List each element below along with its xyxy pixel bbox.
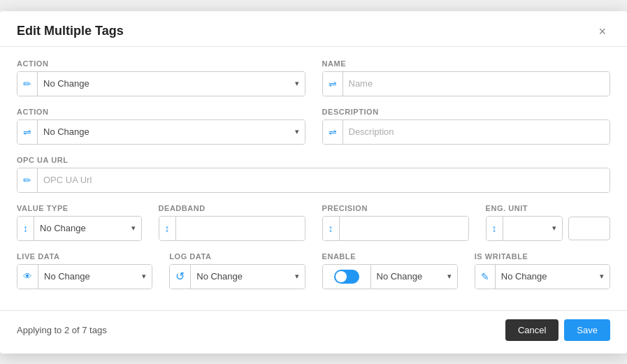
opc-label: OPC UA URL [17,156,610,164]
edit-icon-writable: ✎ [475,265,496,289]
name-label: NAME [322,59,611,68]
action-group-1: ACTION ✏ No Change Set Clear ▾ [17,59,305,96]
action-label-2: ACTION [17,108,305,116]
footer-buttons: Cancel Save [505,319,610,341]
eng-unit-label: ENG. UNIT [486,204,611,212]
pencil-icon: ✏ [17,72,38,96]
opc-input[interactable] [38,168,610,192]
form-row-1: ACTION ✏ No Change Set Clear ▾ [17,59,610,96]
swap-icon-action2: ⇌ [17,120,38,144]
pencil-icon-opc: ✏ [17,168,38,192]
eng-unit-row: ↕ ▾ [486,216,611,241]
deadband-input-wrapper: ↕ [159,216,305,241]
is-writable-label: IS WRITABLE [475,252,610,261]
log-data-group: LOG DATA ↺ No Change Enabled Disabled ▾ [169,252,305,289]
arrow-updown-icon-eu: ↕ [487,217,503,240]
swap-icon-description: ⇌ [323,120,343,144]
name-input-wrapper: ⇌ [322,71,611,96]
is-writable-input-wrapper: ✎ No Change Yes No ▾ [475,264,610,289]
value-type-group: VALUE TYPE ↕ No Change Int Float String … [17,204,142,241]
value-type-select[interactable]: No Change Int Float String Boolean [34,217,141,240]
deadband-label: DEADBAND [159,204,305,212]
action-select-wrapper-2: No Change Set Clear ▾ [38,120,305,144]
opc-input-wrapper: ✏ [17,168,610,193]
close-button[interactable]: × [594,24,610,39]
form-row-4: VALUE TYPE ↕ No Change Int Float String … [17,204,610,241]
enable-select-wrapper: No Change Enabled Disabled ▾ [371,265,457,289]
description-group: DESCRIPTION ⇌ [322,108,611,145]
is-writable-select[interactable]: No Change Yes No [496,265,610,289]
is-writable-select-wrapper: No Change Yes No ▾ [496,265,610,289]
description-input-wrapper: ⇌ [322,119,611,145]
live-data-group: LIVE DATA 👁 No Change Enabled Disabled ▾ [17,252,152,289]
action-input-1: ✏ No Change Set Clear ▾ [17,71,305,96]
arrow-updown-icon-vt: ↕ [17,217,34,240]
modal-body: ACTION ✏ No Change Set Clear ▾ [0,47,627,307]
toggle-icon [323,265,371,289]
cancel-button[interactable]: Cancel [505,319,558,341]
live-data-input-wrapper: 👁 No Change Enabled Disabled ▾ [17,264,152,289]
live-data-label: LIVE DATA [17,252,152,261]
action-select-2[interactable]: No Change Set Clear [38,120,305,144]
enable-input-wrapper: No Change Enabled Disabled ▾ [322,264,458,289]
enable-label: ENABLE [322,252,458,261]
precision-input-wrapper: ↕ [322,216,469,241]
deadband-input[interactable] [176,217,305,240]
history-icon: ↺ [170,265,191,289]
log-data-select[interactable]: No Change Enabled Disabled [191,265,304,289]
value-type-select-wrapper: No Change Int Float String Boolean ▾ [34,217,141,240]
eng-unit-input-wrapper: ↕ ▾ [486,216,563,241]
live-data-select[interactable]: No Change Enabled Disabled [38,265,152,289]
description-input[interactable] [343,120,610,144]
form-row-2: ACTION ⇌ No Change Set Clear ▾ [17,108,610,145]
action-select-1[interactable]: No Change Set Clear [38,72,305,96]
value-type-label: VALUE TYPE [17,204,142,212]
action-input-2: ⇌ No Change Set Clear ▾ [17,119,305,145]
modal-header: Edit Multiple Tags × [0,11,627,47]
eng-unit-extra-input[interactable] [568,217,610,240]
precision-input[interactable] [340,217,468,240]
eng-unit-select[interactable] [503,217,563,240]
action-group-2: ACTION ⇌ No Change Set Clear ▾ [17,108,305,145]
eng-unit-group: ENG. UNIT ↕ ▾ [486,204,611,241]
form-row-5: LIVE DATA 👁 No Change Enabled Disabled ▾ [17,252,610,289]
log-data-select-wrapper: No Change Enabled Disabled ▾ [191,265,304,289]
deadband-group: DEADBAND ↕ [159,204,305,241]
eng-unit-select-wrapper: ▾ [503,217,563,240]
name-group: NAME ⇌ [322,59,611,96]
opc-group: OPC UA URL ✏ [17,156,610,193]
footer-info: Applying to 2 of 7 tags [17,325,107,335]
modal-footer: Applying to 2 of 7 tags Cancel Save [0,310,627,354]
toggle-switch[interactable] [334,270,359,284]
value-type-input-wrapper: ↕ No Change Int Float String Boolean ▾ [17,216,142,241]
arrow-updown-icon-pr: ↕ [323,217,340,240]
log-data-input-wrapper: ↺ No Change Enabled Disabled ▾ [169,264,305,289]
form-row-3: OPC UA URL ✏ [17,156,610,193]
is-writable-group: IS WRITABLE ✎ No Change Yes No ▾ [475,252,610,289]
action-select-wrapper-1: No Change Set Clear ▾ [38,72,305,96]
swap-icon-name: ⇌ [323,72,343,96]
log-data-label: LOG DATA [169,252,305,261]
eye-icon: 👁 [17,265,38,289]
enable-group: ENABLE No Change Enabled Disabled ▾ [322,252,458,289]
arrow-updown-icon-db: ↕ [159,217,176,240]
enable-select[interactable]: No Change Enabled Disabled [371,265,457,289]
save-button[interactable]: Save [564,319,610,341]
edit-multiple-tags-modal: Edit Multiple Tags × ACTION ✏ No Change … [0,11,627,354]
action-label-1: ACTION [17,59,305,68]
live-data-select-wrapper: No Change Enabled Disabled ▾ [38,265,152,289]
precision-label: PRECISION [322,204,469,212]
description-label: DESCRIPTION [322,108,611,116]
modal-title: Edit Multiple Tags [17,24,124,38]
precision-group: PRECISION ↕ [322,204,469,241]
name-input[interactable] [343,72,610,96]
